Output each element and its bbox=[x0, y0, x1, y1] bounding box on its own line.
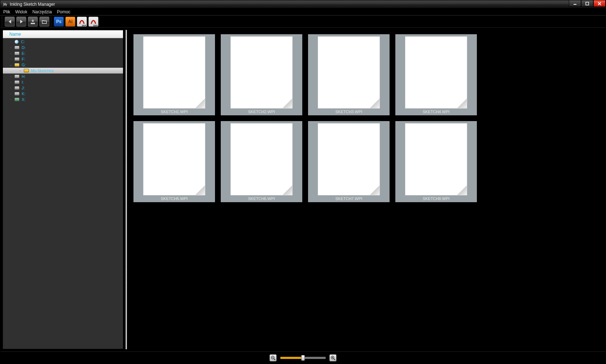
thumbnail-label: SKETCH7.WPI bbox=[335, 196, 363, 201]
sketch-page-preview bbox=[318, 36, 380, 108]
maximize-button[interactable] bbox=[581, 0, 593, 7]
drive-label: I: bbox=[22, 80, 24, 84]
drive-label: E: bbox=[22, 51, 25, 56]
drive-icon bbox=[14, 40, 19, 44]
export-photoshop-button[interactable]: Ps bbox=[54, 17, 64, 27]
drive-icon bbox=[14, 92, 19, 96]
drive-icon bbox=[14, 52, 19, 55]
sketch-page-preview bbox=[405, 36, 467, 108]
forward-button[interactable] bbox=[16, 17, 26, 27]
svg-rect-1 bbox=[586, 2, 589, 5]
thumbnail[interactable]: SKETCH1.WPI bbox=[133, 34, 215, 115]
svg-line-5 bbox=[274, 359, 275, 360]
app-window: Inkling Sketch Manager Plik Widok Narzęd… bbox=[0, 0, 606, 364]
page-corner-icon bbox=[283, 186, 292, 195]
thumbnail-label: SKETCH5.WPI bbox=[161, 196, 188, 201]
menu-plik[interactable]: Plik bbox=[3, 9, 10, 14]
page-corner-icon bbox=[196, 186, 205, 195]
sketch-page-preview bbox=[143, 123, 205, 195]
thumbnail-label: SKETCH1.WPI bbox=[161, 110, 188, 114]
drive-icon bbox=[14, 57, 19, 61]
drive-tree: ·C:·D:·E:·F:–G:·My Sketches·H:·I:·J:·K:·… bbox=[3, 38, 123, 103]
drive-h[interactable]: ·H: bbox=[3, 74, 123, 79]
thumbnail[interactable]: SKETCH7.WPI bbox=[308, 121, 390, 202]
thumbnail[interactable]: SKETCH3.WPI bbox=[308, 34, 390, 115]
drive-d[interactable]: ·D: bbox=[3, 45, 123, 50]
export-sbd-button[interactable]: SBD bbox=[88, 17, 98, 27]
back-button[interactable] bbox=[5, 17, 15, 27]
menu-pomoc[interactable]: Pomoc bbox=[57, 9, 70, 14]
folder-label: My Sketches bbox=[31, 68, 54, 73]
splitter[interactable] bbox=[126, 30, 127, 349]
page-corner-icon bbox=[196, 99, 205, 108]
zoom-slider[interactable] bbox=[280, 357, 326, 359]
menubar: Plik Widok Narzędzia Pomoc bbox=[0, 8, 606, 15]
drive-j[interactable]: ·J: bbox=[3, 85, 123, 91]
chevron-right-icon bbox=[20, 20, 23, 23]
thumbnail[interactable]: SKETCH4.WPI bbox=[395, 34, 477, 115]
window-controls bbox=[569, 0, 606, 8]
sketch-page-preview bbox=[405, 123, 467, 195]
drive-label: K: bbox=[22, 92, 25, 96]
svg-line-8 bbox=[334, 359, 335, 360]
thumbnail[interactable]: SKETCH5.WPI bbox=[133, 121, 215, 202]
thumbnail[interactable]: SKETCH8.WPI bbox=[395, 121, 477, 202]
drive-label: C: bbox=[21, 40, 25, 44]
thumbnail[interactable]: SKETCH6.WPI bbox=[221, 121, 302, 202]
drive-icon bbox=[14, 75, 19, 78]
import-button[interactable] bbox=[28, 17, 38, 27]
photoshop-icon: Ps bbox=[56, 19, 62, 24]
drive-icon bbox=[14, 63, 19, 67]
export-skp-button[interactable]: SKP bbox=[77, 17, 87, 27]
folder-my-sketches[interactable]: ·My Sketches bbox=[3, 68, 123, 74]
page-corner-icon bbox=[283, 99, 292, 108]
drive-icon bbox=[14, 46, 19, 49]
zoom-in-button[interactable] bbox=[329, 354, 337, 361]
drive-x[interactable]: ·X: bbox=[3, 97, 123, 102]
folder-icon bbox=[24, 69, 29, 72]
drive-label: F: bbox=[22, 57, 25, 61]
thumbnail[interactable]: SKETCH2.WPI bbox=[221, 34, 302, 115]
close-button[interactable] bbox=[593, 0, 606, 7]
sketchbook-designer-icon bbox=[90, 18, 97, 25]
thumbnail-label: SKETCH3.WPI bbox=[335, 110, 363, 114]
zoom-out-button[interactable] bbox=[269, 354, 277, 361]
sketch-page-preview bbox=[230, 36, 293, 108]
menu-narzedzia[interactable]: Narzędzia bbox=[32, 9, 52, 14]
thumbnail-label: SKETCH2.WPI bbox=[248, 110, 275, 114]
drive-icon bbox=[14, 98, 19, 101]
drive-c[interactable]: ·C: bbox=[3, 39, 123, 45]
thumbnail-panel: SKETCH1.WPISKETCH2.WPISKETCH3.WPISKETCH4… bbox=[129, 30, 603, 349]
chevron-left-icon bbox=[9, 20, 11, 23]
drive-g[interactable]: –G: bbox=[3, 62, 123, 68]
app-title: Inkling Sketch Manager bbox=[10, 2, 55, 7]
menu-widok[interactable]: Widok bbox=[15, 9, 27, 14]
drive-i[interactable]: ·I: bbox=[3, 79, 123, 85]
export-illustrator-button[interactable]: Ai bbox=[65, 17, 75, 27]
download-icon bbox=[30, 19, 36, 25]
footer bbox=[0, 351, 606, 364]
drive-e[interactable]: ·E: bbox=[3, 50, 123, 56]
sidebar-column-header[interactable]: Name bbox=[3, 30, 123, 38]
zoom-slider-handle[interactable] bbox=[301, 355, 305, 361]
thumbnail-label: SKETCH8.WPI bbox=[423, 196, 450, 201]
open-folder-button[interactable] bbox=[39, 17, 49, 27]
drive-icon bbox=[14, 86, 19, 90]
page-corner-icon bbox=[457, 186, 467, 195]
sketch-page-preview bbox=[143, 36, 205, 108]
thumbnail-label: SKETCH4.WPI bbox=[423, 110, 450, 114]
illustrator-icon: Ai bbox=[68, 19, 73, 24]
zoom-in-icon bbox=[330, 355, 335, 360]
page-corner-icon bbox=[457, 99, 467, 108]
page-corner-icon bbox=[370, 99, 379, 108]
drive-k[interactable]: ·K: bbox=[3, 91, 123, 97]
drive-icon bbox=[14, 80, 19, 84]
thumbnail-grid: SKETCH1.WPISKETCH2.WPISKETCH3.WPISKETCH4… bbox=[133, 34, 599, 202]
drive-label: D: bbox=[22, 45, 26, 50]
content-area: Name ·C:·D:·E:·F:–G:·My Sketches·H:·I:·J… bbox=[0, 28, 606, 351]
drive-label: X: bbox=[22, 97, 25, 102]
thumbnail-label: SKETCH6.WPI bbox=[248, 196, 275, 201]
drive-f[interactable]: ·F: bbox=[3, 56, 123, 62]
app-icon bbox=[3, 2, 8, 7]
minimize-button[interactable] bbox=[569, 0, 581, 7]
